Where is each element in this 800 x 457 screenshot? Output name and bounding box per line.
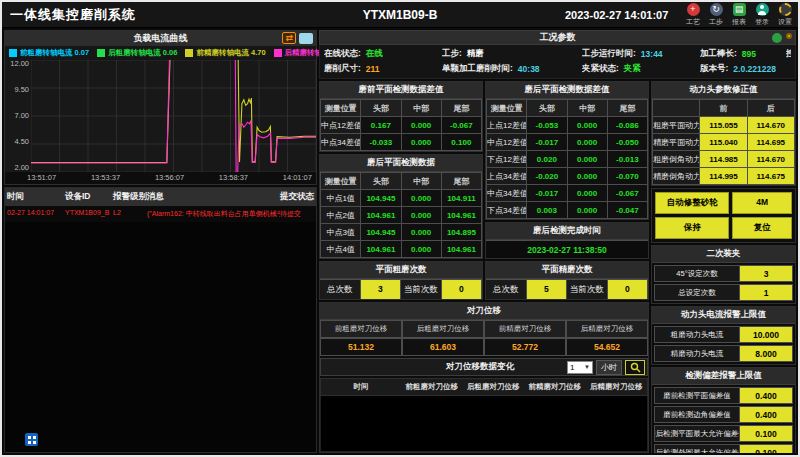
value-cell: 0.000 <box>401 224 441 241</box>
row-label: 中点12差值 <box>321 117 361 134</box>
start-icon[interactable] <box>25 433 38 446</box>
column-header-device: 设备ID <box>65 191 113 203</box>
field-value[interactable]: 8.000 <box>740 346 792 361</box>
field-label: 粗磨动力头电流 <box>655 327 740 342</box>
menu-item-工艺[interactable]: +工艺 <box>684 3 702 27</box>
x-tick: 14:01:07 <box>283 173 312 182</box>
status-label: 单颗加工磨削时间: <box>442 63 513 75</box>
value-cell[interactable]: 115.055 <box>700 117 747 134</box>
search-icon[interactable] <box>625 360 645 375</box>
status-value: 夹紧 <box>622 63 643 75</box>
column-header: 后精磨对刀位移 <box>566 320 648 338</box>
field-value[interactable]: 0.100 <box>740 426 792 441</box>
status-label: 控制模式: <box>786 48 791 60</box>
interval-select[interactable]: 1 ▼ <box>567 361 593 374</box>
field-value[interactable]: 3 <box>740 266 792 281</box>
hold-button[interactable]: 保持 <box>655 217 729 239</box>
value-cell[interactable]: 114.670 <box>747 117 794 134</box>
value-cell[interactable]: 114.695 <box>747 134 794 151</box>
value-cell: 104.945 <box>361 190 401 207</box>
value-cell: 0.000 <box>401 117 441 134</box>
wheel-4m-button[interactable]: 4M <box>732 192 792 214</box>
value-cell[interactable]: 115.040 <box>700 134 747 151</box>
value-cell: -0.067 <box>607 185 647 202</box>
value-cell[interactable]: 114.670 <box>747 151 794 168</box>
column-header-message: 消息 <box>147 191 280 203</box>
y-tick: 2.00 <box>7 164 29 172</box>
current-count-value[interactable]: 0 <box>608 280 649 299</box>
alarm-row[interactable]: 02-27 14:01:07 YTXM1B09_B L2 ("Alarm162:… <box>5 206 316 222</box>
message-icon[interactable] <box>299 33 313 44</box>
column-header: 测量位置 <box>321 173 361 190</box>
value-cell: 104.961 <box>361 241 401 258</box>
menu-item-报表[interactable]: ▤报表 <box>730 3 748 27</box>
field-value[interactable]: 0.400 <box>740 407 792 422</box>
column-header: 头部 <box>361 173 401 190</box>
chart-panel-title: 负载电流曲线 <box>134 32 188 45</box>
section-title: 对刀位移 <box>320 303 648 320</box>
settings-icon <box>779 3 792 16</box>
data-table: 测量位置头部中部尾部上点12差值-0.0530.000-0.086中点12差值-… <box>486 99 648 219</box>
status-value: 在线 <box>364 48 385 60</box>
field-label: 磨前检测平面偏差值 <box>655 388 740 403</box>
value-cell: 0.000 <box>401 190 441 207</box>
table-header-row: 前后 <box>653 100 795 117</box>
total-count-value[interactable]: 3 <box>361 280 402 299</box>
legend-label: 前粗磨转轴电流 0.07 <box>20 48 89 58</box>
field-value[interactable]: 10.000 <box>740 327 792 342</box>
swap-icon[interactable]: ⇄ <box>282 32 296 44</box>
value-cell: 51.132 <box>320 338 402 356</box>
x-tick: 13:51:07 <box>27 173 56 182</box>
value-cell[interactable]: 114.995 <box>700 168 747 185</box>
value-cell[interactable]: 114.985 <box>700 151 747 168</box>
status-label: 工步: <box>442 48 462 60</box>
field-label: 精磨动力头电流 <box>655 346 740 361</box>
kv-row: 45°设定次数3 <box>654 265 793 282</box>
status-item: 单颗加工磨削时间:40:38 <box>442 63 582 75</box>
machine-id: YTXM1B09-B <box>363 8 438 22</box>
menu-item-登录[interactable]: 登录 <box>753 3 771 27</box>
y-axis-ticks: 12.009.507.004.502.00 <box>5 60 31 172</box>
total-count-value[interactable]: 5 <box>527 280 568 299</box>
plane-rough-count-section: 平面粗磨次数 总次数 3 当前次数 0 <box>319 261 483 300</box>
table-row: 下点34差值0.0030.000-0.047 <box>487 202 648 219</box>
menu-item-设置[interactable]: 设置 <box>776 3 794 27</box>
legend-item: 前粗磨转轴电流 0.07 <box>9 48 89 58</box>
menu-item-工步[interactable]: ↻工步 <box>707 3 725 27</box>
section-title: 磨后检测完成时间 <box>486 223 648 240</box>
value-cell[interactable]: 114.675 <box>747 168 794 185</box>
x-axis-ticks: 13:51:0713:53:3713:56:0713:58:3714:01:07 <box>5 172 316 184</box>
legend-swatch <box>274 49 282 57</box>
total-count-label: 总次数 <box>320 280 361 299</box>
step-icon: ↻ <box>710 3 723 16</box>
load-current-chart <box>31 60 316 172</box>
chart-area: 12.009.507.004.502.00 <box>5 60 316 172</box>
chevron-down-icon: ▼ <box>584 364 590 370</box>
value-cell: -0.013 <box>607 151 647 168</box>
value-cell: -0.047 <box>607 202 647 219</box>
load-current-panel: 负载电流曲线 ⇄ 前粗磨转轴电流 0.07后粗磨转轴电流 0.06前精磨转轴电流… <box>4 30 317 185</box>
right-column: 动力头参数修正值 前后粗磨平面动力头115.055114.670精磨平面动力头1… <box>651 81 796 453</box>
row-label: 中点2值 <box>321 207 361 224</box>
field-value[interactable]: 1 <box>740 285 792 300</box>
kv-row: 总设定次数1 <box>654 284 793 301</box>
reset-button[interactable]: 复位 <box>732 217 792 239</box>
history-table-body <box>320 396 648 452</box>
value-cell: -0.053 <box>527 117 567 134</box>
refresh-icon[interactable] <box>772 33 782 43</box>
auto-dress-wheel-button[interactable]: 自动修整砂轮 <box>655 192 729 214</box>
status-label: 在线状态: <box>324 48 361 60</box>
kv-row: 精磨动力头电流8.000 <box>654 345 793 362</box>
row-label: 下点12差值 <box>487 151 527 168</box>
column-header <box>653 100 700 117</box>
kv-row: 磨后检测外圆最大允许偏差值0.100 <box>654 444 793 453</box>
section-title: 磨前平面检测数据差值 <box>320 82 482 99</box>
field-value[interactable]: 0.400 <box>740 388 792 403</box>
current-count-value[interactable]: 0 <box>442 280 483 299</box>
section-title: 磨后平面检测数据 <box>320 155 482 172</box>
column-header: 头部 <box>527 100 567 117</box>
column-header: 中部 <box>401 100 441 117</box>
gear-icon[interactable] <box>786 33 792 39</box>
field-value[interactable]: 0.100 <box>740 445 792 453</box>
y-tick: 7.00 <box>7 112 29 120</box>
